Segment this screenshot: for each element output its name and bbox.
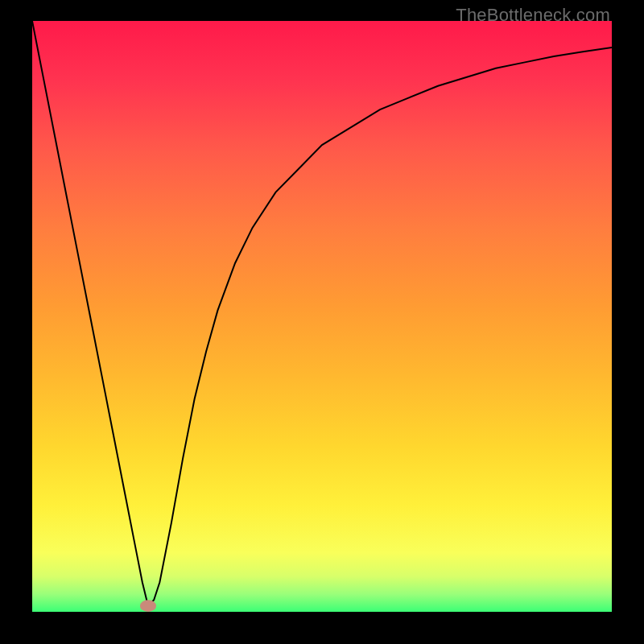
watermark-text: TheBottleneck.com [456,5,610,26]
minimum-marker [140,600,156,612]
chart-frame: TheBottleneck.com [0,0,644,644]
chart-svg [32,21,612,612]
chart-background [32,21,612,612]
plot-area [32,21,612,612]
